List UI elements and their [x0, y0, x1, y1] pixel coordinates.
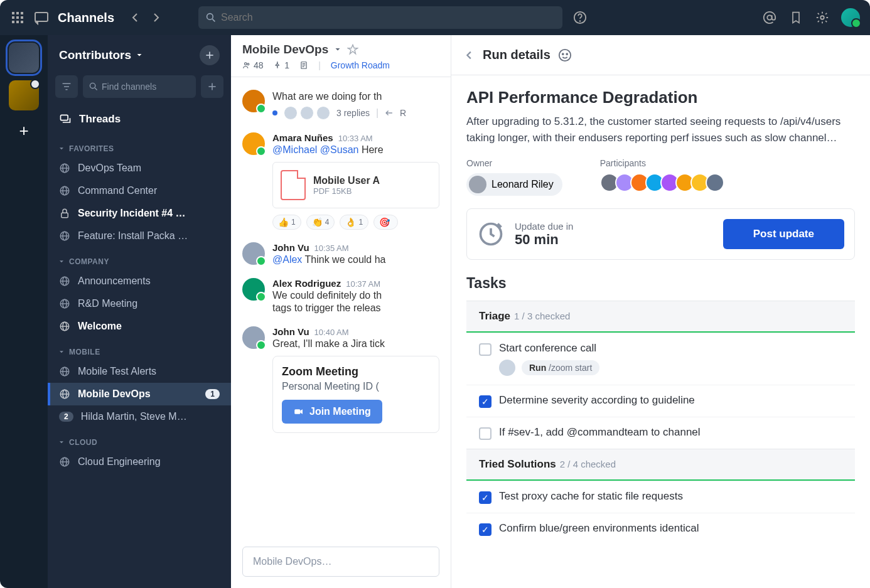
rail-workspace-2[interactable]	[9, 80, 39, 110]
globe-icon	[59, 163, 70, 174]
filter-button[interactable]	[55, 75, 78, 98]
pinned-count[interactable]: 1	[273, 60, 289, 70]
threads-link[interactable]: Threads	[48, 104, 231, 134]
checkbox[interactable]: ✓	[479, 395, 491, 408]
sidebar-item[interactable]: DevOps Team	[48, 157, 231, 179]
sidebar-item[interactable]: 2Hilda Martin, Steve M…	[48, 405, 231, 428]
svg-rect-8	[21, 21, 23, 23]
chevron-down-icon[interactable]	[333, 45, 342, 54]
task-section-header[interactable]: Triage1 / 3 checked	[466, 301, 855, 333]
add-workspace-button[interactable]: +	[11, 118, 36, 143]
post-update-button[interactable]: Post update	[723, 219, 844, 249]
thread-replies[interactable]: 3 replies	[336, 108, 370, 118]
reactions: 👍1👏4👌1🎯	[272, 215, 439, 230]
sidebar-item[interactable]: Mobile DevOps1	[48, 383, 231, 405]
avatar[interactable]	[242, 278, 265, 301]
svg-rect-0	[12, 12, 14, 14]
reaction[interactable]: 🎯	[373, 215, 398, 230]
sidebar-item[interactable]: Security Incident #4 …	[48, 202, 231, 225]
sidebar-item[interactable]: Feature: Install Packa …	[48, 225, 231, 247]
reaction[interactable]: 👏4	[306, 215, 335, 230]
members-count[interactable]: 48	[242, 60, 263, 70]
panel-title: Run details	[483, 48, 550, 62]
back-icon[interactable]	[128, 10, 143, 25]
emoji-icon[interactable]	[558, 48, 572, 62]
join-meeting-button[interactable]: Join Meeting	[282, 400, 382, 424]
avatar[interactable]	[242, 326, 265, 349]
avatar[interactable]	[242, 132, 265, 155]
section-company[interactable]: COMPANY	[48, 247, 231, 270]
task-section-header[interactable]: Tried Solutions2 / 4 checked	[466, 449, 855, 481]
run-description: After upgrading to 5.31.2, the customer …	[466, 114, 855, 146]
avatar[interactable]	[242, 90, 265, 112]
apps-icon[interactable]	[10, 10, 25, 25]
topbar-title: Channels	[58, 11, 114, 25]
svg-rect-4	[16, 16, 19, 19]
sidebar-item[interactable]: Cloud Engineering	[48, 451, 231, 473]
video-icon	[293, 406, 304, 417]
owner-chip[interactable]: Leonard Riley	[466, 173, 562, 196]
bookmark-icon[interactable]	[788, 10, 803, 25]
search-input[interactable]	[198, 6, 562, 29]
chat-header: Mobile DevOps 48 1	[231, 35, 451, 77]
participants[interactable]	[600, 173, 724, 192]
avatar[interactable]	[242, 242, 265, 265]
people-icon	[242, 61, 251, 70]
star-icon[interactable]	[347, 44, 358, 55]
chat-area: Mobile DevOps 48 1	[231, 35, 451, 588]
task-item: If #sev-1, add @commandteam to channel	[466, 417, 855, 449]
checkbox[interactable]	[479, 427, 491, 440]
add-button[interactable]	[200, 45, 220, 65]
gear-icon[interactable]	[815, 10, 830, 25]
tab-link[interactable]: Growth Roadm	[331, 60, 390, 70]
chat-message: What are we doing for th 3 replies | R	[242, 83, 439, 126]
section-mobile[interactable]: MOBILE	[48, 338, 231, 360]
task-item: ✓Confirm blue/green environments identic…	[466, 513, 855, 545]
avatar[interactable]	[499, 360, 515, 376]
mention[interactable]: @Alex	[272, 254, 302, 265]
run-command-chip[interactable]: Run /zoom start	[522, 360, 599, 375]
reaction[interactable]: 👌1	[340, 215, 368, 230]
svg-rect-2	[21, 12, 23, 14]
checkbox[interactable]	[479, 343, 491, 356]
sidebar-item[interactable]: Mobile Test Alerts	[48, 360, 231, 383]
find-channels-input[interactable]: Find channels	[83, 75, 196, 98]
count-badge: 2	[59, 412, 73, 422]
checkbox[interactable]: ✓	[479, 491, 491, 504]
avatar[interactable]	[706, 173, 724, 192]
forward-icon[interactable]	[148, 10, 163, 25]
add-channel-button[interactable]	[201, 75, 223, 98]
message-icon[interactable]	[34, 10, 49, 25]
checkbox[interactable]: ✓	[479, 523, 491, 536]
chat-message: Amara Nuñes10:33 AM @Michael @Susan Here…	[242, 126, 439, 236]
section-favorites[interactable]: FAVORITES	[48, 134, 231, 157]
user-avatar[interactable]	[841, 8, 860, 27]
globe-icon	[59, 321, 70, 332]
search-field[interactable]	[221, 12, 555, 23]
compose-input[interactable]: Mobile DevOps…	[242, 547, 439, 577]
task-section: Tried Solutions2 / 4 checked✓Test proxy …	[466, 449, 855, 545]
sidebar-item[interactable]: R&D Meeting	[48, 292, 231, 315]
lock-icon	[59, 208, 70, 219]
back-icon[interactable]	[464, 50, 475, 61]
mention[interactable]: @Susan	[320, 144, 359, 155]
sidebar-item[interactable]: Command Center	[48, 179, 231, 202]
avatar	[316, 106, 330, 120]
mentions-icon[interactable]	[762, 10, 777, 25]
mention[interactable]: @Michael	[272, 144, 317, 155]
help-icon[interactable]	[572, 10, 588, 25]
update-value: 50 min	[515, 232, 573, 248]
svg-rect-5	[21, 16, 23, 19]
section-cloud[interactable]: CLOUD	[48, 428, 231, 451]
team-name[interactable]: Contributors	[59, 48, 144, 62]
sidebar-item[interactable]: Welcome	[48, 315, 231, 338]
reply-icon[interactable]	[385, 109, 394, 117]
sidebar-item[interactable]: Announcements	[48, 270, 231, 292]
reaction[interactable]: 👍1	[272, 215, 301, 230]
doc-icon[interactable]	[299, 61, 308, 70]
globe-icon	[59, 230, 70, 242]
topbar: Channels	[0, 0, 870, 35]
globe-icon	[59, 388, 70, 400]
rail-workspace-1[interactable]	[9, 43, 39, 73]
attachment[interactable]: Mobile User APDF 15KB	[272, 162, 439, 208]
